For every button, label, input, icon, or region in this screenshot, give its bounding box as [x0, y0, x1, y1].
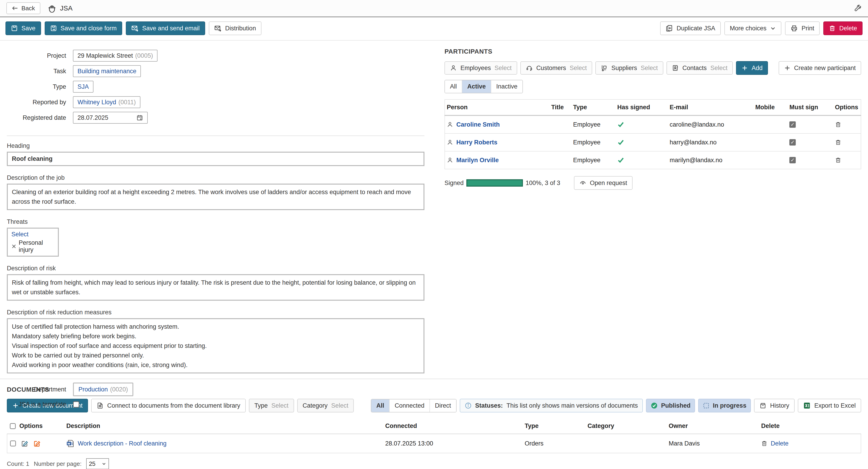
chevron-down-icon	[102, 462, 106, 466]
project-field[interactable]: 29 Maplewick Street (0005)	[73, 50, 157, 62]
history-button[interactable]: History	[754, 399, 795, 412]
distribution-button[interactable]: Distribution	[209, 22, 261, 35]
more-choices-button[interactable]: More choices	[724, 22, 782, 35]
tab-all[interactable]: All	[445, 80, 462, 93]
check-icon	[617, 139, 625, 146]
in-progress-icon	[703, 402, 710, 409]
participant-name-link[interactable]: Caroline Smith	[447, 121, 548, 128]
jsa-form: Project 29 Maplewick Street (0005) Task …	[7, 50, 425, 412]
plus-icon	[742, 65, 748, 71]
save-and-close-button[interactable]: Save and close form	[45, 22, 122, 35]
suppliers-select-button[interactable]: Suppliers Select	[595, 61, 663, 75]
duplicate-jsa-button[interactable]: Duplicate JSA	[660, 22, 721, 35]
must-sign-checkbox[interactable]: ✓	[789, 157, 796, 163]
trash-icon	[761, 440, 768, 447]
per-page-select[interactable]: 25	[86, 458, 109, 469]
registered-date-field[interactable]: 28.07.2025	[73, 112, 148, 124]
tab-active[interactable]: Active	[462, 80, 491, 93]
documents-header-row: Options Description Connected Type Categ…	[7, 418, 861, 434]
trash-icon[interactable]	[835, 139, 841, 146]
info-icon	[465, 402, 472, 409]
calendar-icon[interactable]	[136, 114, 143, 121]
main-content: Project 29 Maplewick Street (0005) Task …	[0, 40, 868, 379]
delete-button[interactable]: Delete	[823, 22, 863, 35]
employees-select-button[interactable]: Employees Select	[444, 61, 517, 75]
department-field[interactable]: Production (0020)	[73, 383, 133, 396]
wrench-icon[interactable]	[854, 4, 862, 12]
template-checkbox[interactable]	[73, 401, 79, 408]
document-count: 1	[26, 460, 29, 467]
reported-by-label: Reported by	[7, 99, 73, 106]
plus-icon	[784, 65, 790, 71]
contact-card-icon	[672, 64, 679, 71]
registered-date-label: Registered date	[7, 114, 73, 121]
heading-label: Heading	[7, 142, 425, 149]
chevron-down-icon	[770, 25, 776, 31]
save-close-icon	[50, 25, 57, 32]
open-request-button[interactable]: Open request	[574, 176, 633, 190]
threats-select-link[interactable]: Select	[11, 231, 54, 238]
measures-input[interactable]: Use of certified fall protection harness…	[7, 318, 425, 374]
person-icon	[447, 139, 453, 146]
arrow-left-icon	[12, 5, 18, 11]
per-page-label: Number per page:	[34, 460, 82, 467]
must-sign-checkbox[interactable]: ✓	[789, 139, 796, 146]
document-row: Work description - Roof cleaning 28.07.2…	[7, 434, 861, 453]
in-progress-toggle[interactable]: In progress	[698, 399, 751, 412]
person-icon	[447, 157, 453, 163]
print-button[interactable]: Print	[785, 22, 820, 35]
add-participant-button[interactable]: Add	[736, 61, 768, 75]
edit-pen-icon[interactable]	[21, 440, 28, 447]
send-email-icon	[131, 25, 138, 32]
contacts-select-button[interactable]: Contacts Select	[666, 61, 733, 75]
page-title: JSA	[48, 4, 72, 12]
threat-chip: Personal injury	[11, 239, 54, 254]
top-bar: Back JSA	[0, 0, 868, 17]
published-check-icon	[651, 402, 658, 409]
task-field[interactable]: Building maintenance	[73, 65, 141, 77]
envelope-icon	[214, 25, 222, 32]
duplicate-icon	[665, 25, 673, 32]
participants-title: PARTICIPANTS	[444, 48, 861, 55]
x-icon[interactable]	[11, 244, 17, 249]
save-button[interactable]: Save	[5, 22, 41, 35]
must-sign-checkbox[interactable]: ✓	[789, 121, 796, 128]
type-field[interactable]: SJA	[73, 81, 93, 93]
participants-header-row: Person Title Type Has signed E-mail Mobi…	[445, 99, 861, 115]
participant-name-link[interactable]: Marilyn Orville	[447, 157, 548, 164]
tab-inactive[interactable]: Inactive	[491, 80, 522, 93]
signed-progress-bar	[466, 179, 523, 186]
heading-input[interactable]: Roof cleaning	[7, 152, 425, 166]
published-toggle[interactable]: Published	[646, 399, 695, 412]
risk-description-input[interactable]: Risk of falling from height, which may l…	[7, 274, 425, 301]
select-all-checkbox[interactable]	[10, 423, 16, 429]
reported-by-field[interactable]: Whitney Lloyd (0011)	[73, 96, 141, 108]
threats-label: Threats	[7, 218, 425, 225]
edit-pen-orange-icon[interactable]	[33, 440, 40, 447]
back-button[interactable]: Back	[6, 2, 40, 14]
documents-footer: Count: 1 Number per page: 25	[7, 458, 861, 469]
create-new-participant-button[interactable]: Create new participant	[779, 61, 861, 75]
documents-table: Options Description Connected Type Categ…	[7, 418, 861, 453]
document-delete-link[interactable]: Delete	[761, 440, 858, 447]
participant-name-link[interactable]: Harry Roberts	[447, 139, 548, 146]
customers-select-button[interactable]: Customers Select	[520, 61, 592, 75]
statuses-note: Statuses: This list only shows main vers…	[460, 399, 643, 412]
signed-label: Signed	[444, 179, 464, 186]
trash-icon	[829, 25, 836, 32]
trash-icon[interactable]	[835, 121, 841, 128]
participant-row: Caroline Smith Employee caroline@landax.…	[445, 115, 861, 134]
row-checkbox[interactable]	[10, 440, 16, 446]
person-icon	[447, 121, 453, 128]
save-and-send-email-button[interactable]: Save and send email	[126, 22, 205, 35]
signed-progress-row: Signed 100%, 3 of 3 Open request	[444, 176, 861, 190]
trash-icon[interactable]	[835, 157, 841, 163]
task-label: Task	[7, 68, 73, 75]
tab-direct[interactable]: Direct	[430, 400, 456, 412]
headset-icon	[526, 64, 533, 71]
threats-field[interactable]: Select Personal injury	[7, 228, 59, 257]
document-link[interactable]: Work description - Roof cleaning	[66, 440, 380, 447]
export-to-excel-button[interactable]: Export to Excel	[798, 399, 861, 412]
risk-description-label: Description of risk	[7, 265, 425, 272]
job-description-input[interactable]: Cleaning of an exterior building roof at…	[7, 184, 425, 210]
